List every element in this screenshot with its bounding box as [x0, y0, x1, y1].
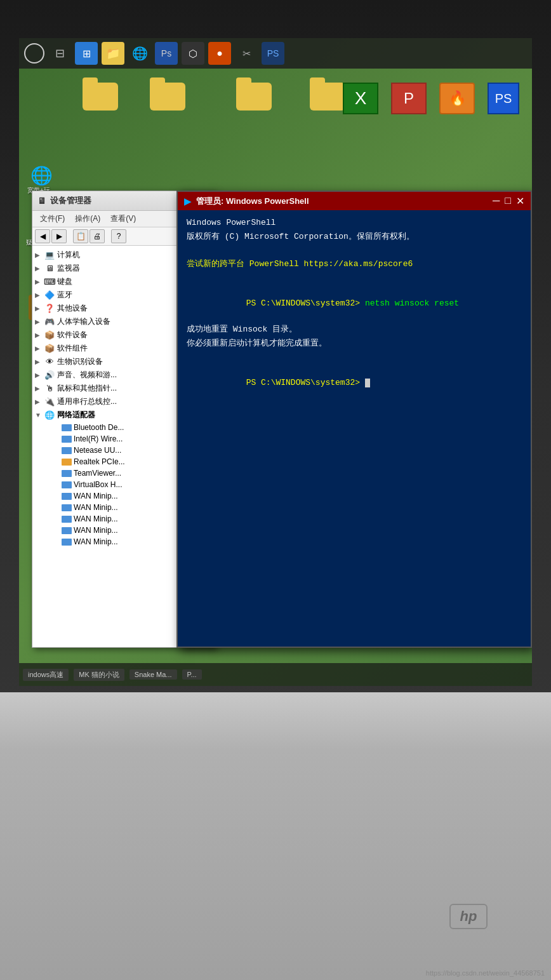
- taskbar-bottom: indows高速 MK 猫的小说 Snake Ma... P...: [19, 663, 532, 686]
- unity-icon[interactable]: ⬡: [182, 42, 204, 65]
- powershell-ps-icon: ▶: [184, 196, 191, 206]
- desktop: ⊟ ⊞ 📁 🌐 Ps ⬡ ● ✂ PS: [19, 38, 532, 686]
- ps-line-blank2: [187, 271, 522, 284]
- toolbar-forward[interactable]: ▶: [51, 229, 67, 243]
- ps-icon[interactable]: Ps: [155, 42, 178, 65]
- ps-maximize-btn[interactable]: □: [505, 195, 511, 207]
- powershell-content: Windows PowerShell 版权所有 (C) Microsoft Co…: [178, 210, 531, 647]
- taskbar-label-4[interactable]: P...: [182, 669, 202, 680]
- powershell-icon[interactable]: PS: [488, 83, 519, 114]
- windows-icon[interactable]: ⊞: [75, 42, 98, 65]
- taskview-icon[interactable]: ⊟: [48, 42, 71, 65]
- ps-line-2: 版权所有 (C) Microsoft Corporation。保留所有权利。: [187, 231, 522, 243]
- hp-logo-text: hp: [460, 908, 477, 925]
- screen: ⊟ ⊞ 📁 🌐 Ps ⬡ ● ✂ PS: [19, 38, 532, 686]
- excel-icon[interactable]: X: [343, 83, 378, 114]
- hp-logo: hp: [449, 904, 488, 929]
- powershell-taskbar-icon[interactable]: PS: [262, 42, 284, 65]
- device-manager-icon: 🖥: [37, 196, 46, 206]
- ps-line-1: Windows PowerShell: [187, 217, 522, 229]
- laptop-body: ⊟ ⊞ 📁 🌐 Ps ⬡ ● ✂ PS: [0, 0, 551, 980]
- laptop-keyboard-area: hp esc F1 F2 F3 F4 F5 F6 F7 F8 F9 F10 F1…: [0, 692, 551, 980]
- powershell-title: 管理员: Windows PowerShell: [196, 196, 309, 207]
- start-circle-icon[interactable]: [24, 43, 44, 64]
- desktop-folder-1[interactable]: [83, 83, 118, 111]
- folder-taskbar-icon[interactable]: 📁: [102, 42, 124, 65]
- ps-line-5: 你必须重新启动计算机才能完成重置。: [187, 337, 522, 350]
- taskbar: ⊟ ⊞ 📁 🌐 Ps ⬡ ● ✂ PS: [19, 38, 532, 69]
- browser-icon[interactable]: 🌐: [128, 42, 151, 65]
- taskbar-label-3[interactable]: Snake Ma...: [129, 669, 177, 680]
- device-manager-title: 设备管理器: [50, 195, 91, 206]
- toolbar-btn1[interactable]: 📋: [73, 229, 88, 243]
- desktop-folders: [83, 83, 345, 111]
- blog-url: https://blog.csdn.net/weixin_44568751: [426, 969, 545, 977]
- ppt-icon[interactable]: P: [391, 83, 427, 114]
- app-icon-2[interactable]: 🔥: [439, 83, 475, 114]
- ps-line-blank1: [187, 244, 522, 257]
- ps-line-prompt: PS C:\WINDOWS\system32>: [187, 365, 522, 402]
- powershell-window: ▶ 管理员: Windows PowerShell ─ □ ✕ Windows …: [176, 191, 532, 648]
- toolbar-help[interactable]: ?: [111, 229, 126, 243]
- powershell-titlebar: ▶ 管理员: Windows PowerShell ─ □ ✕: [178, 192, 531, 210]
- ps-close-btn[interactable]: ✕: [516, 195, 524, 207]
- menu-view[interactable]: 查看(V): [105, 212, 141, 225]
- taskbar-label-2[interactable]: MK 猫的小说: [74, 669, 124, 681]
- toolbar-btn2[interactable]: 🖨: [90, 229, 105, 243]
- scissors-icon[interactable]: ✂: [235, 42, 258, 65]
- menu-file[interactable]: 文件(F): [35, 212, 70, 225]
- ps-line-blank3: [187, 351, 522, 363]
- menu-action[interactable]: 操作(A): [70, 212, 105, 225]
- taskbar-label-1[interactable]: indows高速: [23, 669, 69, 681]
- desktop-folder-2[interactable]: [150, 83, 185, 111]
- app-icon-1[interactable]: ●: [208, 42, 231, 65]
- ps-line-3: 尝试新的跨平台 PowerShell https://aka.ms/pscore…: [187, 258, 522, 271]
- ps-line-cmd1: PS C:\WINDOWS\system32> netsh winsock re…: [187, 285, 522, 323]
- desktop-apps-row: X P 🔥 PS: [343, 83, 519, 114]
- toolbar-back[interactable]: ◀: [35, 229, 50, 243]
- ps-minimize-btn[interactable]: ─: [493, 195, 500, 207]
- ps-line-4: 成功地重置 Winsock 目录。: [187, 323, 522, 336]
- desktop-folder-4[interactable]: [310, 83, 345, 111]
- desktop-folder-3[interactable]: [236, 83, 272, 111]
